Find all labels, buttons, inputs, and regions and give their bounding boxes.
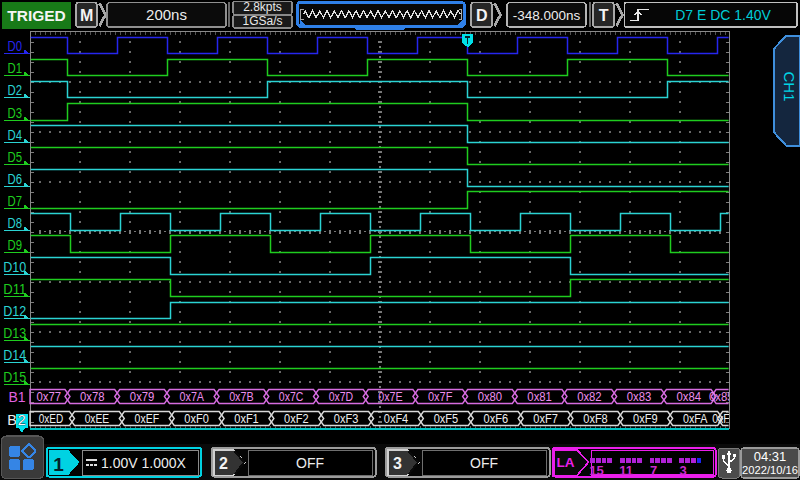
svg-text:D13: D13 xyxy=(3,325,26,341)
svg-text:3: 3 xyxy=(393,455,402,472)
svg-text:1.00V 1.000X: 1.00V 1.000X xyxy=(101,455,187,471)
svg-text:CH1: CH1 xyxy=(781,71,798,101)
svg-text:B1: B1 xyxy=(8,389,25,405)
svg-text:0xF9: 0xF9 xyxy=(633,412,658,426)
svg-text:D7 E DC 1.40V: D7 E DC 1.40V xyxy=(675,7,771,23)
svg-text:0xED: 0xED xyxy=(39,412,64,426)
svg-text:LA: LA xyxy=(557,455,575,470)
svg-text:D2: D2 xyxy=(8,82,23,98)
svg-text:7: 7 xyxy=(650,463,657,478)
svg-text:0xF2: 0xF2 xyxy=(284,412,309,426)
svg-text:0xFA: 0xFA xyxy=(683,412,708,426)
svg-text:D15: D15 xyxy=(3,369,26,385)
svg-text:0x81: 0x81 xyxy=(527,390,552,404)
svg-text:2022/10/16: 2022/10/16 xyxy=(742,464,798,476)
svg-text:11: 11 xyxy=(619,463,633,478)
svg-text:0xF0: 0xF0 xyxy=(184,412,209,426)
svg-text:0x77: 0x77 xyxy=(37,390,62,404)
svg-text:D11: D11 xyxy=(3,281,26,297)
svg-text:0xF1: 0xF1 xyxy=(234,412,259,426)
svg-text:D7: D7 xyxy=(8,193,23,209)
svg-text:D12: D12 xyxy=(3,303,26,319)
svg-text:D5: D5 xyxy=(8,149,23,165)
svg-text:0x78: 0x78 xyxy=(80,390,105,404)
svg-text:D6: D6 xyxy=(8,171,23,187)
svg-text:0x82: 0x82 xyxy=(577,390,602,404)
svg-text:0x84: 0x84 xyxy=(677,390,702,404)
svg-text:0x79: 0x79 xyxy=(130,390,155,404)
svg-text:0x7D: 0x7D xyxy=(329,390,354,404)
svg-text:OFF: OFF xyxy=(296,455,324,471)
svg-text:-348.000ns: -348.000ns xyxy=(513,8,581,23)
svg-text:TRIGED: TRIGED xyxy=(7,7,66,24)
svg-text:0xF4: 0xF4 xyxy=(384,412,409,426)
svg-text:D4: D4 xyxy=(8,127,23,143)
svg-text:OFF: OFF xyxy=(470,455,498,471)
svg-text:0xEE: 0xEE xyxy=(85,412,110,426)
svg-text:T: T xyxy=(599,7,609,24)
svg-text:D8: D8 xyxy=(8,215,23,231)
svg-text:D9: D9 xyxy=(8,237,23,253)
svg-text:1: 1 xyxy=(53,454,64,475)
svg-text:0x7B: 0x7B xyxy=(229,390,254,404)
svg-text:0x7E: 0x7E xyxy=(378,390,403,404)
svg-text:D10: D10 xyxy=(3,259,26,275)
svg-text:04:31: 04:31 xyxy=(754,449,787,464)
svg-text:D0: D0 xyxy=(8,38,23,54)
svg-text:0x7F: 0x7F xyxy=(428,390,453,404)
svg-text:0x7A: 0x7A xyxy=(180,390,205,404)
svg-text:200ns: 200ns xyxy=(146,6,187,23)
svg-text:D1: D1 xyxy=(8,60,23,76)
svg-text:0xF8: 0xF8 xyxy=(583,412,608,426)
svg-text:0x7C: 0x7C xyxy=(279,390,304,404)
svg-text:D3: D3 xyxy=(8,105,23,121)
svg-text:B: B xyxy=(7,412,17,428)
svg-text:M: M xyxy=(80,7,93,24)
svg-text:D14: D14 xyxy=(3,347,26,363)
svg-text:0xF5: 0xF5 xyxy=(434,412,459,426)
svg-text:2.8kpts: 2.8kpts xyxy=(243,0,282,14)
svg-text:D: D xyxy=(476,7,488,24)
svg-text:15: 15 xyxy=(589,463,603,478)
svg-text:0xF6: 0xF6 xyxy=(484,412,509,426)
svg-text:0xF3: 0xF3 xyxy=(334,412,359,426)
svg-text:0x83: 0x83 xyxy=(627,390,652,404)
svg-text:2: 2 xyxy=(18,412,26,428)
svg-text:0xEF: 0xEF xyxy=(135,412,160,426)
svg-text:0x80: 0x80 xyxy=(478,390,503,404)
svg-text:1GSa/s: 1GSa/s xyxy=(242,14,282,28)
svg-text:0xF7: 0xF7 xyxy=(533,412,558,426)
svg-text:2: 2 xyxy=(219,455,228,472)
svg-text:3: 3 xyxy=(680,463,687,478)
